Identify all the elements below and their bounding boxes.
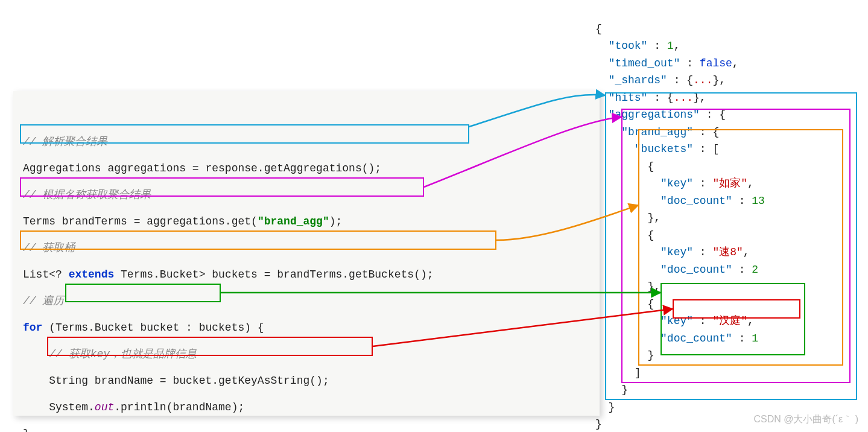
json-b3-key-v: "汉庭" (712, 315, 747, 327)
json-b2-doc-k: "doc_count" (661, 264, 732, 276)
code-for-c: : buckets) { (179, 322, 264, 334)
json-open: { (595, 23, 602, 35)
json-b1-doc-v: 13 (752, 195, 765, 207)
code-sys-a: System. (23, 401, 95, 413)
json-b3-doc-v: 1 (752, 332, 758, 345)
code-for-kw: for (23, 322, 42, 334)
json-b3-key-k: "key" (661, 315, 693, 327)
json-b1-key-v: "如家" (712, 177, 747, 189)
json-b2-key-k: "key" (661, 246, 693, 258)
code-get-brandagg-b: ); (329, 215, 343, 227)
json-buckets-key: "buckets" (635, 143, 693, 155)
code-for-b: Terms.Bucket bucket (55, 322, 179, 334)
comment-iterate: // 遍历 (23, 295, 64, 307)
comment-get-key: // 获取key，也就是品牌信息 (23, 348, 197, 360)
json-close: } (595, 418, 602, 430)
code-out: out (95, 401, 114, 413)
code-list-a: List<? (23, 268, 69, 281)
json-took-val: 1 (667, 40, 674, 52)
json-b2-doc-v: 2 (752, 264, 758, 276)
code-brandname: String brandName = bucket.getKeyAsString… (23, 375, 329, 387)
json-timedout-val: false (700, 57, 732, 69)
json-b1-doc-k: "doc_count" (661, 195, 732, 207)
json-shards-key: "_shards" (609, 74, 667, 86)
code-get-aggregations: Aggregations aggregations = response.get… (23, 162, 381, 174)
json-b1-key-k: "key" (661, 177, 693, 189)
json-b3-doc-k: "doc_count" (661, 332, 732, 345)
java-code-panel: // 解析聚合结果 Aggregations aggregations = re… (13, 91, 600, 416)
watermark: CSDN @大小曲奇(´ε｀ ) (753, 413, 858, 426)
json-response-panel: { "took" : 1, "timed_out" : false, "_sha… (595, 3, 861, 432)
json-brandagg-key: "brand_agg" (621, 126, 693, 138)
json-timedout-key: "timed_out" (609, 57, 680, 69)
json-took-key: "took" (609, 40, 648, 52)
code-get-brandagg-a: Terms brandTerms = aggregations.get( (23, 215, 258, 227)
comment-get-buckets: // 获取桶 (23, 242, 75, 254)
code-brandagg-str: "brand_agg" (258, 215, 329, 227)
code-for-a: ( (42, 322, 55, 334)
json-hits-key: "hits" (609, 92, 648, 104)
comment-get-by-name: // 根据名称获取聚合结果 (23, 189, 151, 201)
code-close-brace: } (23, 428, 30, 432)
comment-parse-agg: // 解析聚合结果 (23, 136, 107, 148)
code-extends-kw: extends (69, 268, 115, 281)
code-list-b: Terms.Bucket> buckets = brandTerms.getBu… (114, 268, 433, 281)
json-agg-key: "aggregations" (609, 109, 700, 121)
code-sys-b: .println(brandName); (114, 401, 244, 413)
json-b2-key-v: "速8" (712, 246, 743, 258)
